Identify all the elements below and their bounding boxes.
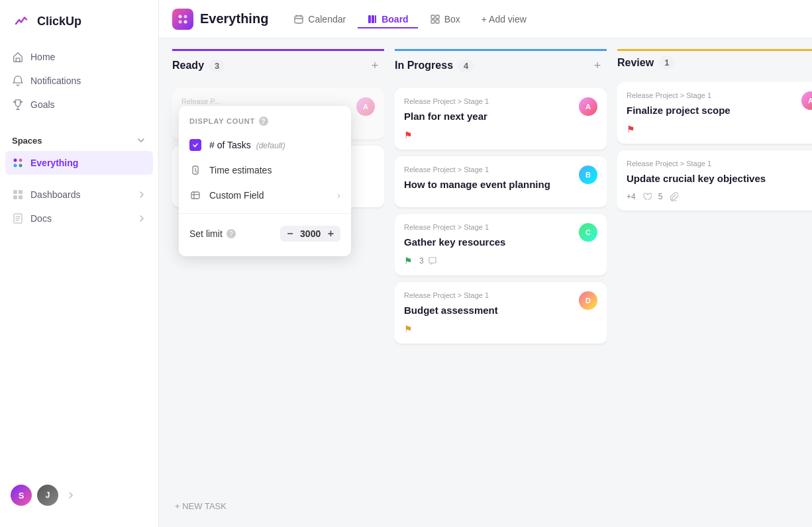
card-c5-title: Gather key resources — [404, 235, 597, 249]
chevron-right-icon — [66, 491, 76, 500]
add-view-button[interactable]: + Add view — [472, 10, 536, 28]
app-name: ClickUp — [37, 15, 81, 28]
bell-icon — [12, 75, 24, 87]
everything-label: Everything — [30, 158, 78, 168]
tab-board[interactable]: Board — [358, 10, 417, 28]
expand-icon — [137, 190, 146, 199]
avatar-s[interactable]: S — [11, 485, 32, 506]
svg-rect-14 — [295, 16, 303, 23]
limit-controls: − 3000 + — [280, 226, 340, 242]
custom-field-arrow: › — [337, 190, 340, 201]
tasks-label: # of Tasks (default) — [209, 140, 340, 150]
column-review-header: Review 1 — [617, 49, 812, 74]
card-c7-footer: ⚑ — [627, 124, 812, 134]
limit-help-icon[interactable]: ? — [227, 229, 236, 238]
sidebar-item-everything[interactable]: Everything — [5, 151, 153, 175]
dropdown-item-custom[interactable]: Custom Field › — [179, 183, 351, 208]
card-c6[interactable]: Release Project > Stage 1 Budget assessm… — [395, 282, 607, 344]
svg-rect-16 — [372, 15, 374, 23]
new-task-button[interactable]: + NEW TASK — [172, 496, 384, 516]
tab-box[interactable]: Box — [421, 10, 470, 28]
svg-rect-21 — [436, 20, 439, 23]
column-review: Review 1 Release Project > Stage 1 Final… — [617, 49, 812, 516]
comment-icon-c5 — [428, 256, 437, 265]
custom-field-label: Custom Field — [209, 190, 329, 201]
sidebar-item-goals[interactable]: Goals — [5, 93, 153, 117]
svg-rect-15 — [368, 15, 371, 23]
sidebar-item-home[interactable]: Home — [5, 45, 153, 69]
main-content: Everything Calendar Board — [159, 0, 812, 527]
card-c6-flag: ⚑ — [404, 324, 413, 334]
timer-icon — [189, 164, 201, 176]
everything-topbar-icon — [177, 13, 189, 25]
topbar-title-area: Everything — [172, 9, 268, 30]
help-icon[interactable]: ? — [259, 117, 268, 126]
sidebar-item-notifications[interactable]: Notifications — [5, 69, 153, 93]
card-c4[interactable]: Release Project > Stage 1 How to manage … — [395, 156, 607, 207]
sidebar-item-notifications-label: Notifications — [30, 75, 81, 86]
card-c4-breadcrumb: Release Project > Stage 1 — [404, 166, 597, 173]
card-c5-footer: ⚑ 3 — [404, 256, 597, 266]
limit-minus-button[interactable]: − — [287, 228, 293, 239]
checkmark-icon — [192, 142, 199, 148]
svg-point-11 — [184, 15, 187, 18]
card-c5-meta: 3 — [419, 256, 437, 265]
card-c7-breadcrumb: Release Project > Stage 1 — [627, 91, 812, 99]
card-c6-avatar: D — [579, 291, 597, 310]
card-c8[interactable]: Release Project > Stage 1 Update crucial… — [617, 150, 812, 211]
card-c6-footer: ⚑ — [404, 324, 597, 334]
card-c8-title: Update crucial key objectives — [627, 171, 812, 185]
card-c3-breadcrumb: Release Project > Stage 1 — [404, 97, 597, 105]
svg-rect-18 — [431, 15, 434, 19]
dropdown-item-tasks[interactable]: # of Tasks (default) — [179, 132, 351, 158]
svg-point-12 — [179, 20, 182, 23]
column-inprogress-count: 4 — [458, 60, 474, 72]
svg-rect-5 — [13, 190, 17, 194]
avatar-j[interactable]: J — [37, 485, 58, 506]
heart-icon — [642, 192, 652, 201]
limit-plus-button[interactable]: + — [328, 228, 334, 239]
board-icon — [367, 14, 378, 24]
svg-rect-6 — [19, 190, 23, 194]
everything-icon — [12, 157, 24, 169]
card-c5[interactable]: Release Project > Stage 1 Gather key res… — [395, 214, 607, 275]
card-c8-plus4: +4 — [627, 192, 636, 201]
card-c3-footer: ⚑ — [404, 130, 597, 140]
card-c1-breadcrumb: Release P... — [181, 97, 375, 105]
home-icon — [12, 51, 24, 63]
topbar: Everything Calendar Board — [159, 0, 812, 38]
dashboards-icon — [12, 189, 24, 201]
card-c4-avatar: B — [579, 166, 597, 184]
svg-point-2 — [19, 159, 23, 162]
sidebar-item-docs[interactable]: Docs — [5, 207, 153, 230]
card-c3[interactable]: Release Project > Stage 1 Plan for next … — [395, 88, 607, 150]
card-c7[interactable]: Release Project > Stage 1 Finalize proje… — [617, 82, 812, 144]
sidebar-item-home-label: Home — [30, 52, 55, 62]
card-c6-title: Budget assessment — [404, 303, 597, 317]
column-inprogress-header: In Progress 4 + — [395, 49, 607, 80]
checkbox-tasks — [189, 139, 201, 151]
dropdown-divider — [179, 213, 351, 214]
card-c5-avatar: C — [579, 223, 597, 242]
card-c7-title: Finalize project scope — [627, 103, 812, 117]
column-inprogress-cards: Release Project > Stage 1 Plan for next … — [395, 88, 607, 516]
svg-rect-8 — [19, 195, 23, 199]
time-label: Time estimates — [209, 165, 340, 175]
card-c3-title: Plan for next year — [404, 109, 597, 123]
dropdown-item-time[interactable]: Time estimates — [179, 158, 351, 183]
column-inprogress-add-button[interactable]: + — [588, 56, 607, 75]
sidebar-item-dashboards[interactable]: Dashboards — [5, 183, 153, 207]
expand-docs-icon — [137, 214, 146, 223]
card-c7-flag: ⚑ — [627, 124, 635, 134]
trophy-icon — [12, 99, 24, 111]
card-c3-flag: ⚑ — [404, 130, 413, 140]
tab-calendar[interactable]: Calendar — [284, 10, 355, 28]
svg-point-13 — [184, 20, 187, 23]
calendar-icon — [293, 14, 304, 24]
svg-rect-7 — [13, 195, 17, 199]
card-c5-flag: ⚑ — [404, 256, 413, 266]
set-limit-row: Set limit ? − 3000 + — [179, 219, 351, 248]
docs-icon — [12, 213, 24, 224]
column-ready-header: Ready 3 + — [172, 49, 384, 80]
column-ready-add-button[interactable]: + — [366, 56, 384, 75]
